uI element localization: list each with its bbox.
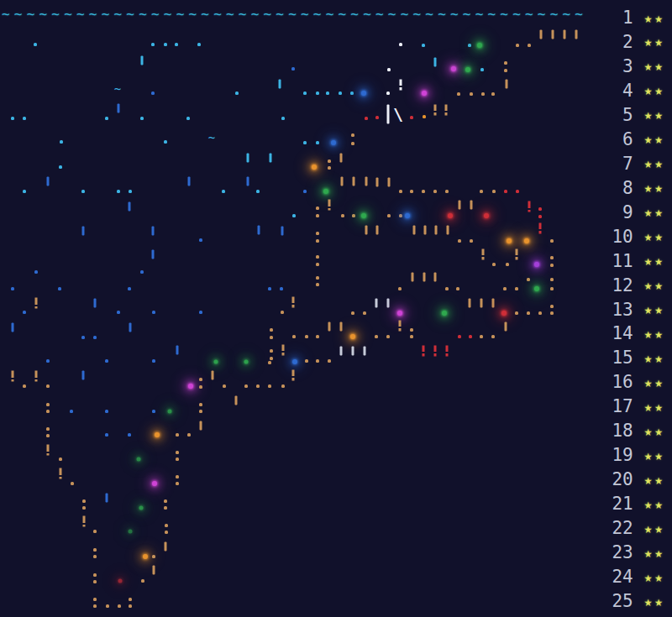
particle-dot <box>291 67 295 71</box>
score-row-9: 9★★ <box>561 202 665 222</box>
particle-dot <box>23 190 26 193</box>
score-row-number: 13 <box>591 300 633 320</box>
firework-spark <box>397 311 402 316</box>
particle-dot <box>117 311 120 314</box>
particle-exclamation <box>60 468 62 479</box>
particle-dot <box>550 278 554 281</box>
particle-dot <box>105 117 108 120</box>
particle-dot <box>164 499 167 503</box>
particle-dot <box>117 190 120 193</box>
particle-dot <box>46 359 50 363</box>
particle-dot <box>305 335 308 338</box>
particle-bar <box>434 273 437 282</box>
particle-dot <box>316 207 319 210</box>
particle-dot <box>375 335 378 338</box>
particle-dot <box>165 531 168 534</box>
particle-dot <box>423 115 426 118</box>
particle-dot <box>70 410 73 413</box>
score-row-10: 10★★ <box>561 227 665 247</box>
particle-dot <box>199 403 202 406</box>
score-row-number: 21 <box>591 494 633 514</box>
particle-dot <box>398 287 402 290</box>
particle-dot <box>58 287 61 290</box>
particle-dot <box>152 311 155 314</box>
particle-dot <box>504 61 507 65</box>
particle-dot <box>550 256 554 259</box>
firework-spark <box>448 213 453 218</box>
particle-dot <box>93 604 97 608</box>
particle-dot <box>316 239 319 243</box>
particle-dot <box>23 311 26 314</box>
particle-dot <box>538 311 542 315</box>
particle-dot <box>82 499 86 503</box>
particle-dot <box>527 278 530 281</box>
firework-spark <box>507 238 512 243</box>
particle-bar <box>492 299 495 308</box>
particle-dot <box>186 117 190 120</box>
particle-exclamation <box>400 80 402 91</box>
particle-bar <box>388 178 391 187</box>
particle-bar <box>375 299 378 308</box>
particle-dot <box>410 335 413 338</box>
particle-dot <box>46 427 50 431</box>
score-row-4: 4★★ <box>561 81 665 101</box>
particle-dot <box>316 335 319 338</box>
score-row-number: 15 <box>591 348 633 368</box>
particle-dot <box>433 190 437 193</box>
particle-dot <box>34 270 38 274</box>
firework-spark <box>350 334 355 339</box>
firework-spark <box>484 213 489 218</box>
particle-dot <box>176 475 179 478</box>
score-row-stars: ★★ <box>644 423 665 439</box>
particle-dot <box>303 92 307 95</box>
particle-dot <box>129 190 132 193</box>
score-row-number: 20 <box>591 469 633 489</box>
particle-bar <box>279 80 281 89</box>
particle-bar <box>152 227 155 236</box>
particle-dot <box>82 506 86 510</box>
particle-bar <box>106 494 108 503</box>
score-row-stars: ★★ <box>644 301 665 317</box>
particle-dot <box>281 117 285 120</box>
particle-dot <box>268 287 271 290</box>
particle-dot <box>387 68 391 71</box>
particle-bar <box>258 226 260 235</box>
particle-bar <box>47 177 50 186</box>
particle-bar <box>413 226 416 235</box>
particle-dot <box>550 305 554 308</box>
score-row-stars: ★★ <box>644 253 665 269</box>
particle-bar <box>340 154 343 163</box>
particle-bar <box>94 299 97 308</box>
firework-spark <box>214 360 218 364</box>
particle-dot <box>550 239 554 243</box>
particle-dot <box>175 43 178 46</box>
particle-bar <box>470 201 473 210</box>
particle-dot <box>164 43 167 46</box>
particle-bar <box>341 177 344 186</box>
particle-dot <box>410 116 413 119</box>
waterline: ~~~~~~~~~~~~~~~~~~~~~~~~~~~~~~~~~~~~~~~~… <box>2 5 587 24</box>
score-row-number: 10 <box>591 227 633 247</box>
score-row-stars: ★★ <box>644 107 665 123</box>
particle-dot <box>151 43 155 46</box>
particle-dot <box>199 378 202 381</box>
particle-dot <box>152 359 155 363</box>
particle-dot <box>445 190 449 193</box>
firework-spark <box>323 189 328 194</box>
particle-dot <box>352 214 355 217</box>
score-row-number: 25 <box>591 591 633 611</box>
particle-bar <box>506 80 508 89</box>
particle-dot <box>516 190 519 193</box>
particle-exclamation <box>47 445 50 456</box>
particle-exclamation <box>423 346 425 357</box>
particle-dot <box>176 458 179 461</box>
particle-dot <box>350 92 354 95</box>
particle-bar <box>12 323 14 332</box>
particle-dot <box>316 232 319 235</box>
score-row-number: 8 <box>591 178 633 198</box>
score-row-number: 23 <box>591 542 633 562</box>
particle-tilde: ~ <box>208 132 215 144</box>
score-row-stars: ★★ <box>644 131 665 147</box>
firework-spark <box>139 506 144 510</box>
particle-bar <box>328 322 331 332</box>
